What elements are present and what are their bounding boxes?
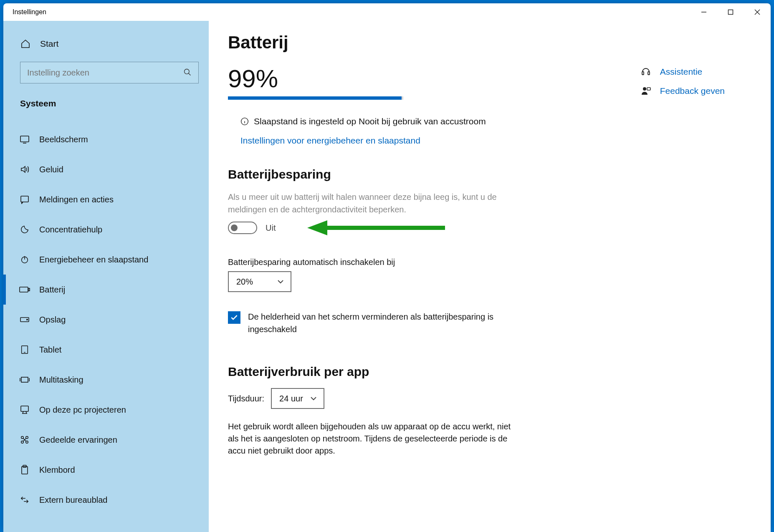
brightness-checkbox-row: De helderheid van het scherm verminderen…	[228, 310, 520, 335]
svg-rect-20	[21, 406, 28, 411]
sidebar: Start Systeem Beeldscherm	[3, 21, 209, 532]
app-title: Instellingen	[13, 8, 46, 16]
sidebar-item-label: Beeldscherm	[39, 135, 88, 144]
sidebar-item-label: Batterij	[39, 285, 65, 295]
notifications-icon	[19, 194, 30, 205]
svg-rect-34	[647, 88, 650, 90]
minimize-button[interactable]	[691, 3, 717, 21]
sidebar-item-power[interactable]: Energiebeheer en slaapstand	[3, 245, 209, 275]
moon-icon	[19, 224, 30, 235]
sidebar-item-clipboard[interactable]: Klembord	[3, 455, 209, 485]
right-links: Assistentie Feedback geven	[641, 67, 725, 96]
power-icon	[19, 254, 30, 265]
home-label: Start	[40, 39, 58, 49]
svg-rect-17	[21, 377, 28, 382]
sidebar-item-storage[interactable]: Opslag	[3, 305, 209, 335]
battery-progress-fill	[228, 96, 402, 100]
projecting-icon	[19, 404, 30, 415]
brightness-checkbox[interactable]	[228, 311, 240, 324]
window-controls	[691, 3, 771, 21]
svg-line-5	[189, 73, 191, 76]
duration-dropdown[interactable]: 24 uur	[271, 388, 324, 409]
chevron-down-icon	[310, 396, 317, 401]
sidebar-item-tablet[interactable]: Tablet	[3, 335, 209, 365]
svg-point-4	[185, 69, 190, 74]
sidebar-item-label: Meldingen en acties	[39, 195, 114, 204]
sidebar-item-notifications[interactable]: Meldingen en acties	[3, 184, 209, 214]
feedback-link[interactable]: Feedback geven	[641, 86, 725, 96]
battery-saver-toggle[interactable]	[228, 222, 257, 234]
home-icon	[20, 38, 31, 49]
svg-rect-11	[20, 287, 28, 292]
main-content: Assistentie Feedback geven Batterij 99%	[209, 21, 771, 532]
brightness-checkbox-label: De helderheid van het scherm verminderen…	[248, 310, 520, 335]
duration-row: Tijdsduur: 24 uur	[228, 388, 746, 409]
sidebar-item-label: Multitasking	[39, 375, 83, 385]
sidebar-item-projecting[interactable]: Op deze pc projecteren	[3, 395, 209, 425]
battery-saver-toggle-row: Uit	[228, 222, 746, 234]
svg-rect-31	[642, 72, 644, 75]
assistance-link[interactable]: Assistentie	[641, 67, 725, 77]
sidebar-item-label: Opslag	[39, 315, 66, 325]
nav-list: Beeldscherm Geluid Meldingen en acties	[3, 124, 209, 515]
content-area: Start Systeem Beeldscherm	[3, 21, 771, 532]
sidebar-item-label: Geluid	[39, 165, 63, 174]
battery-saver-desc: Als u meer uit uw batterij wilt halen wa…	[228, 191, 503, 216]
remote-desktop-icon	[19, 494, 30, 505]
toggle-knob	[231, 224, 238, 231]
shared-icon	[19, 434, 30, 445]
sidebar-item-label: Tablet	[39, 345, 61, 355]
sidebar-item-focus[interactable]: Concentratiehulp	[3, 214, 209, 245]
dropdown-value: 20%	[236, 277, 253, 287]
storage-icon	[19, 314, 30, 325]
settings-window: Instellingen Start	[3, 3, 771, 532]
maximize-button[interactable]	[717, 3, 744, 21]
category-label: Systeem	[3, 88, 209, 114]
sidebar-item-remote[interactable]: Extern bureaublad	[3, 485, 209, 515]
sleep-info-row: Slaapstand is ingesteld op Nooit bij geb…	[240, 116, 746, 126]
svg-point-33	[643, 87, 646, 91]
svg-rect-6	[20, 136, 29, 142]
svg-marker-39	[307, 220, 327, 235]
feedback-icon	[641, 86, 651, 96]
search-icon	[183, 68, 192, 76]
sidebar-item-label: Gedeelde ervaringen	[39, 435, 117, 445]
info-icon	[240, 117, 249, 126]
sidebar-item-label: Concentratiehulp	[39, 225, 102, 234]
sidebar-item-label: Extern bureaublad	[39, 495, 107, 505]
sidebar-item-battery[interactable]: Batterij	[3, 275, 209, 305]
chevron-down-icon	[277, 280, 284, 284]
battery-saver-title: Batterijbesparing	[228, 167, 746, 182]
search-box[interactable]	[20, 62, 199, 83]
auto-enable-dropdown[interactable]: 20%	[228, 271, 291, 292]
battery-icon	[19, 284, 30, 295]
dropdown-value: 24 uur	[279, 394, 303, 403]
toggle-state-label: Uit	[266, 223, 276, 233]
titlebar: Instellingen	[3, 3, 771, 21]
tablet-icon	[19, 344, 30, 355]
multitasking-icon	[19, 374, 30, 385]
display-icon	[19, 134, 30, 145]
svg-rect-8	[21, 196, 28, 202]
power-settings-link[interactable]: Instellingen voor energiebeheer en slaap…	[240, 136, 420, 146]
sidebar-item-display[interactable]: Beeldscherm	[3, 124, 209, 154]
sound-icon	[19, 164, 30, 175]
close-button[interactable]	[744, 3, 771, 21]
search-wrap	[20, 62, 192, 83]
assistance-label: Assistentie	[660, 67, 703, 77]
sidebar-item-shared[interactable]: Gedeelde ervaringen	[3, 425, 209, 455]
svg-rect-12	[28, 288, 30, 291]
svg-rect-1	[728, 10, 733, 15]
sidebar-item-sound[interactable]: Geluid	[3, 154, 209, 184]
duration-label: Tijdsduur:	[228, 394, 264, 403]
sleep-info-text: Slaapstand is ingesteld op Nooit bij geb…	[254, 116, 486, 126]
sidebar-item-label: Klembord	[39, 465, 75, 475]
usage-title: Batterijverbruik per app	[228, 365, 746, 379]
search-input[interactable]	[20, 62, 198, 83]
sidebar-item-multitasking[interactable]: Multitasking	[3, 365, 209, 395]
annotation-arrow	[307, 219, 445, 237]
home-nav[interactable]: Start	[3, 33, 209, 55]
svg-rect-32	[648, 72, 650, 75]
usage-desc: Het gebruik wordt alleen bijgehouden als…	[228, 421, 512, 457]
sidebar-item-label: Op deze pc projecteren	[39, 405, 126, 415]
